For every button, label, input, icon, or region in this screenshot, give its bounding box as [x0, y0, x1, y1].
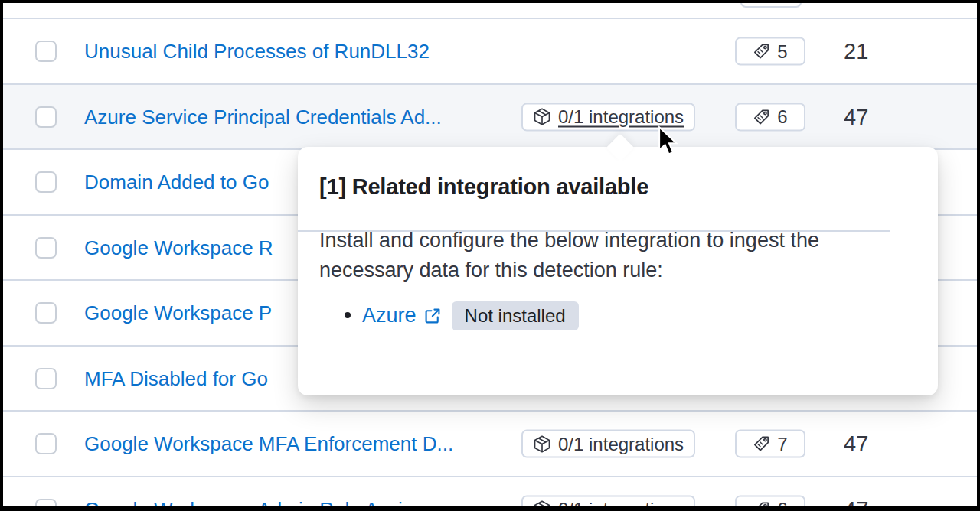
package-icon	[533, 108, 551, 126]
alerts-count: 47	[844, 496, 868, 506]
alerts-count: 47	[844, 104, 868, 129]
azure-integration-link[interactable]: Azure	[362, 301, 442, 330]
integrations-badge[interactable]: 0/1 integrations	[521, 495, 695, 506]
tags-badge[interactable]: 6	[735, 103, 805, 131]
integrations-badge[interactable]: 0/1 integrations	[521, 430, 695, 458]
tags-badge[interactable]: 7	[735, 430, 805, 458]
tags-badge[interactable]: 6	[735, 495, 805, 506]
integration-list-item: Azure Not installed	[362, 300, 916, 330]
package-icon	[533, 435, 551, 453]
tag-icon	[753, 108, 770, 125]
integrations-badge-label: 0/1 integrations	[558, 433, 684, 454]
table-row: Google Workspace Admin Role Assign... 0/…	[3, 476, 977, 507]
rule-name-link[interactable]: Google Workspace R	[84, 236, 273, 259]
integrations-badge-label: 0/1 integrations	[558, 106, 684, 128]
row-checkbox[interactable]	[35, 171, 57, 193]
row-checkbox[interactable]	[35, 41, 57, 62]
table-row: Unusual Child Processes of RunDLL32 5 21	[3, 18, 977, 83]
popover-body-line: necessary data for this detection rule:	[319, 255, 916, 285]
integrations-badge[interactable]: 0/1 integrations	[521, 103, 695, 131]
rule-name-link[interactable]: MFA Disabled for Go	[84, 366, 268, 390]
row-checkbox[interactable]	[35, 106, 57, 128]
tag-icon	[753, 500, 770, 506]
tag-icon	[753, 43, 770, 60]
integrations-badge-label: 0/1 integrations	[558, 499, 684, 507]
rule-name-link[interactable]: Domain Added to Go	[84, 171, 269, 194]
row-checkbox[interactable]	[35, 499, 57, 507]
table-row: Azure Service Principal Credentials Ad..…	[3, 83, 977, 149]
row-checkbox[interactable]	[35, 237, 57, 259]
table-row: Google Workspace MFA Enforcement D... 0/…	[3, 410, 977, 476]
screenshot-frame: Unusual Child Processes of RunDLL32 5 21…	[0, 0, 980, 511]
integration-list: Azure Not installed	[319, 300, 916, 330]
popover-divider	[298, 230, 890, 232]
related-integrations-popover: [1] Related integration available Instal…	[298, 147, 938, 395]
tags-count: 6	[777, 106, 787, 128]
rule-name-link[interactable]: Google Workspace MFA Enforcement D...	[84, 432, 453, 456]
status-badge: Not installed	[452, 301, 579, 330]
external-link-icon	[423, 307, 442, 325]
rule-name-link[interactable]: Google Workspace Admin Role Assign...	[84, 497, 441, 506]
partial-tag-badge	[740, 3, 802, 8]
tag-icon	[753, 435, 770, 453]
rule-name-link[interactable]: Azure Service Principal Credentials Ad..…	[84, 105, 442, 129]
row-checkbox[interactable]	[35, 302, 57, 324]
tags-badge[interactable]: 5	[735, 37, 805, 66]
tags-count: 7	[777, 433, 787, 454]
rule-name-link[interactable]: Google Workspace P	[84, 301, 272, 325]
row-checkbox[interactable]	[35, 433, 57, 454]
rule-name-link[interactable]: Unusual Child Processes of RunDLL32	[84, 40, 430, 63]
tags-count: 5	[777, 41, 787, 62]
rules-table: Unusual Child Processes of RunDLL32 5 21…	[3, 3, 977, 506]
alerts-count: 21	[844, 39, 868, 64]
azure-link-label: Azure	[362, 301, 416, 330]
alerts-count: 47	[844, 431, 868, 457]
tags-count: 6	[777, 499, 787, 507]
popover-body: Install and configure the below integrat…	[298, 200, 938, 330]
row-checkbox[interactable]	[35, 368, 57, 389]
package-icon	[533, 500, 551, 507]
